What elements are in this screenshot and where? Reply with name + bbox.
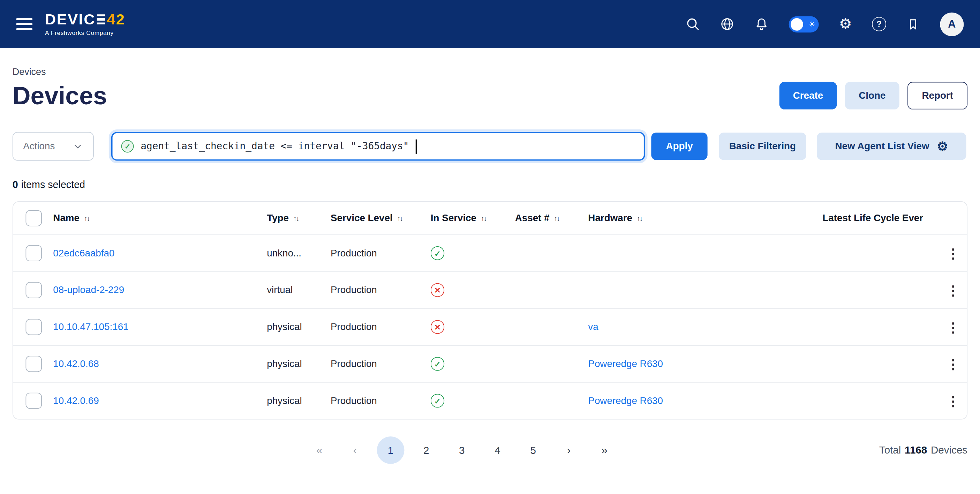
logo-subtitle: A Freshworks Company	[45, 29, 125, 36]
create-button[interactable]: Create	[779, 82, 837, 110]
query-valid-check-icon: ✓	[121, 140, 134, 153]
in-service-yes-icon: ✓	[431, 357, 444, 371]
pagination-page-4[interactable]: 4	[484, 437, 511, 464]
column-header-lifecycle[interactable]: Latest Life Cycle Ever	[822, 212, 938, 224]
device-name-link[interactable]: 10.42.0.69	[53, 395, 99, 406]
pagination-prev-button[interactable]: ‹	[341, 437, 369, 464]
report-button[interactable]: Report	[907, 82, 967, 110]
logo-text-2: 2	[116, 12, 126, 27]
pagination-page-5[interactable]: 5	[519, 437, 547, 464]
row-checkbox[interactable]	[25, 282, 42, 298]
row-checkbox[interactable]	[25, 356, 42, 372]
user-avatar[interactable]: A	[940, 12, 964, 36]
column-header-in-service[interactable]: In Service↑↓	[431, 212, 515, 224]
column-header-service-level[interactable]: Service Level↑↓	[331, 212, 431, 224]
pagination-first-button[interactable]: «	[305, 437, 333, 464]
actions-dropdown[interactable]: Actions	[13, 132, 94, 161]
pagination-last-button[interactable]: »	[591, 437, 618, 464]
total-devices: Total 1168 Devices	[879, 444, 967, 456]
row-menu-kebab-icon[interactable]: ⋮	[947, 247, 960, 260]
device-type: physical	[267, 321, 331, 333]
table-row: 08-upload-2-229 virtual Production ✕ ⋮	[13, 272, 967, 309]
device-type: virtual	[267, 284, 331, 295]
column-header-hardware[interactable]: Hardware↑↓	[588, 212, 822, 224]
page-title: Devices	[13, 82, 107, 110]
device-name-link[interactable]: 10.42.0.68	[53, 358, 99, 370]
pagination-next-button[interactable]: ›	[555, 437, 582, 464]
device-hardware-link[interactable]: Poweredge R630	[588, 358, 663, 370]
table-row: 10.42.0.69 physical Production ✓ Powered…	[13, 383, 967, 419]
total-count: 1168	[905, 444, 927, 456]
breadcrumb[interactable]: Devices	[13, 66, 967, 77]
filter-bar: Actions ✓ agent_last_checkin_date <= int…	[13, 132, 967, 161]
clone-button[interactable]: Clone	[845, 82, 899, 110]
in-service-no-icon: ✕	[431, 320, 444, 334]
pager: « ‹ 1 2 3 4 5 › »	[305, 437, 618, 464]
total-suffix: Devices	[931, 444, 967, 456]
total-label: Total	[879, 444, 901, 456]
column-header-asset[interactable]: Asset #↑↓	[515, 212, 589, 224]
new-agent-list-view-button[interactable]: New Agent List View ⚙	[817, 132, 966, 160]
pagination-page-2[interactable]: 2	[412, 437, 440, 464]
column-header-type[interactable]: Type↑↓	[267, 212, 331, 224]
device-name-link[interactable]: 08-upload-2-229	[53, 284, 124, 295]
basic-filtering-button[interactable]: Basic Filtering	[719, 132, 806, 160]
search-icon[interactable]	[686, 17, 700, 31]
device-service-level: Production	[331, 395, 431, 406]
bookmark-icon[interactable]	[907, 17, 920, 31]
device-type: unkno...	[267, 248, 331, 259]
table-row: 10.42.0.68 physical Production ✓ Powered…	[13, 346, 967, 383]
pagination-page-1[interactable]: 1	[377, 437, 404, 464]
filter-query-text: agent_last_checkin_date <= interval "-36…	[140, 140, 409, 152]
sort-icon: ↑↓	[397, 215, 402, 222]
selection-label: items selected	[21, 179, 85, 190]
logo-text-4: 4	[107, 12, 116, 27]
selection-count: 0	[13, 179, 18, 190]
notifications-bell-icon[interactable]	[755, 17, 769, 31]
row-menu-kebab-icon[interactable]: ⋮	[947, 357, 960, 371]
device-type: physical	[267, 395, 331, 406]
device-hardware-link[interactable]: Poweredge R630	[588, 395, 663, 406]
in-service-no-icon: ✕	[431, 283, 444, 297]
sort-icon: ↑↓	[554, 215, 559, 222]
device-service-level: Production	[331, 248, 431, 259]
select-all-checkbox[interactable]	[25, 210, 42, 226]
device-name-link[interactable]: 02edc6aabfa0	[53, 248, 115, 259]
table-row: 02edc6aabfa0 unkno... Production ✓ ⋮	[13, 235, 967, 272]
row-checkbox[interactable]	[25, 392, 42, 409]
help-icon[interactable]: ?	[872, 17, 886, 31]
row-menu-kebab-icon[interactable]: ⋮	[947, 284, 960, 297]
title-row: Devices Create Clone Report	[13, 82, 967, 110]
row-checkbox[interactable]	[25, 319, 42, 335]
row-checkbox[interactable]	[25, 245, 42, 261]
row-menu-kebab-icon[interactable]: ⋮	[947, 394, 960, 408]
device42-logo[interactable]: DEVIC 4 2 A Freshworks Company	[45, 12, 125, 36]
actions-dropdown-label: Actions	[23, 140, 55, 152]
in-service-yes-icon: ✓	[431, 246, 444, 260]
main-content: Devices Devices Create Clone Report Acti…	[0, 66, 980, 466]
apply-button[interactable]: Apply	[651, 132, 707, 160]
globe-icon[interactable]	[720, 17, 735, 31]
new-agent-list-view-label: New Agent List View	[835, 140, 929, 152]
device-type: physical	[267, 358, 331, 370]
top-navbar: DEVIC 4 2 A Freshworks Company ☀	[0, 0, 980, 48]
theme-toggle[interactable]: ☀	[789, 16, 819, 32]
pagination-page-3[interactable]: 3	[448, 437, 476, 464]
device-service-level: Production	[331, 358, 431, 370]
page-action-buttons: Create Clone Report	[779, 82, 967, 110]
hamburger-menu-icon[interactable]	[16, 18, 33, 30]
app-viewport: DEVIC 4 2 A Freshworks Company ☀	[0, 0, 980, 494]
brand-area: DEVIC 4 2 A Freshworks Company	[16, 12, 126, 36]
selection-status: 0items selected	[13, 179, 967, 190]
settings-gear-icon[interactable]: ⚙	[839, 17, 852, 31]
column-header-name[interactable]: Name↑↓	[53, 212, 267, 224]
device-hardware-link[interactable]: va	[588, 321, 598, 333]
row-menu-kebab-icon[interactable]: ⋮	[947, 320, 960, 333]
logo-e-icon	[97, 14, 105, 25]
chevron-down-icon	[73, 141, 83, 151]
logo-text-left: DEVIC	[45, 12, 95, 27]
filter-query-input[interactable]: ✓ agent_last_checkin_date <= interval "-…	[111, 132, 645, 161]
sort-icon: ↑↓	[293, 215, 299, 222]
device-name-link[interactable]: 10.10.47.105:161	[53, 321, 128, 333]
text-cursor	[416, 139, 417, 153]
